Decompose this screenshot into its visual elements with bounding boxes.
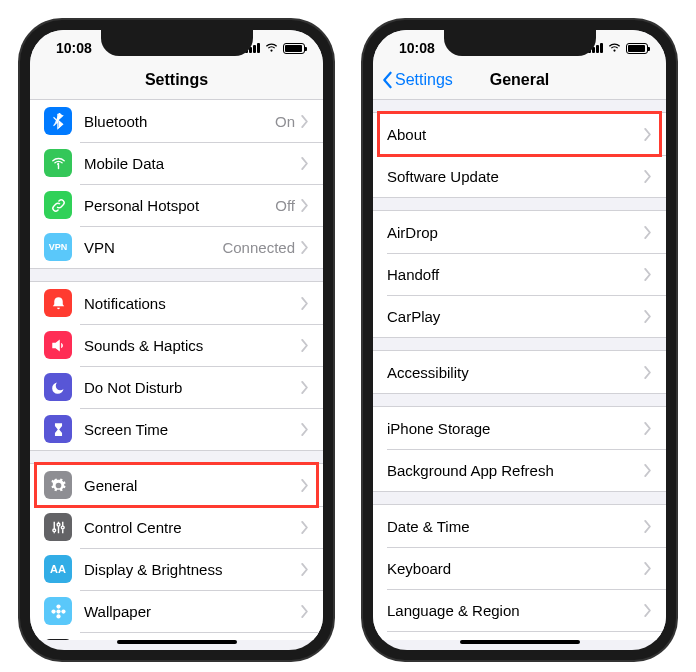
settings-row-do-not-disturb[interactable]: Do Not Disturb bbox=[30, 366, 323, 408]
textsize-icon: AA bbox=[44, 555, 72, 583]
chevron-right-icon bbox=[301, 479, 309, 492]
phone-left: 10:08 Settings BluetoothOnMobile DataPer… bbox=[20, 20, 333, 660]
settings-group: AboutSoftware Update bbox=[373, 112, 666, 198]
chevron-right-icon bbox=[644, 562, 652, 575]
settings-row-carplay[interactable]: CarPlay bbox=[373, 295, 666, 337]
row-label: Sounds & Haptics bbox=[84, 337, 301, 354]
settings-row-about[interactable]: About bbox=[373, 113, 666, 155]
settings-row-handoff[interactable]: Handoff bbox=[373, 253, 666, 295]
settings-group: AirDropHandoffCarPlay bbox=[373, 210, 666, 338]
settings-row-background-app-refresh[interactable]: Background App Refresh bbox=[373, 449, 666, 491]
row-label: Keyboard bbox=[387, 560, 644, 577]
row-value: On bbox=[275, 113, 295, 130]
row-label: Screen Time bbox=[84, 421, 301, 438]
siri-icon bbox=[44, 639, 72, 640]
row-label: Wallpaper bbox=[84, 603, 301, 620]
hourglass-icon bbox=[44, 415, 72, 443]
status-icons bbox=[245, 41, 305, 56]
general-list[interactable]: AboutSoftware UpdateAirDropHandoffCarPla… bbox=[373, 100, 666, 640]
row-label: Handoff bbox=[387, 266, 644, 283]
gear-icon bbox=[44, 471, 72, 499]
row-label: Do Not Disturb bbox=[84, 379, 301, 396]
chevron-right-icon bbox=[301, 297, 309, 310]
chevron-right-icon bbox=[644, 520, 652, 533]
wifi-icon bbox=[264, 41, 279, 56]
chevron-right-icon bbox=[301, 241, 309, 254]
notch bbox=[101, 30, 253, 56]
chevron-right-icon bbox=[301, 339, 309, 352]
chevron-right-icon bbox=[644, 310, 652, 323]
settings-row-software-update[interactable]: Software Update bbox=[373, 155, 666, 197]
back-label: Settings bbox=[395, 71, 453, 89]
settings-row-language-region[interactable]: Language & Region bbox=[373, 589, 666, 631]
settings-row-display-brightness[interactable]: AADisplay & Brightness bbox=[30, 548, 323, 590]
settings-row-date-time[interactable]: Date & Time bbox=[373, 505, 666, 547]
page-title: Settings bbox=[145, 71, 208, 89]
settings-row-control-centre[interactable]: Control Centre bbox=[30, 506, 323, 548]
settings-row-mobile-data[interactable]: Mobile Data bbox=[30, 142, 323, 184]
settings-row-dictionary[interactable]: Dictionary bbox=[373, 631, 666, 640]
settings-row-sounds-haptics[interactable]: Sounds & Haptics bbox=[30, 324, 323, 366]
settings-row-vpn[interactable]: VPNVPNConnected bbox=[30, 226, 323, 268]
page-title: General bbox=[490, 71, 550, 89]
row-label: Display & Brightness bbox=[84, 561, 301, 578]
moon-icon bbox=[44, 373, 72, 401]
svg-point-3 bbox=[51, 609, 55, 613]
chevron-right-icon bbox=[644, 464, 652, 477]
settings-row-accessibility[interactable]: Accessibility bbox=[373, 351, 666, 393]
settings-list[interactable]: BluetoothOnMobile DataPersonal HotspotOf… bbox=[30, 100, 323, 640]
settings-group: Date & TimeKeyboardLanguage & RegionDict… bbox=[373, 504, 666, 640]
row-label: Date & Time bbox=[387, 518, 644, 535]
settings-group: GeneralControl CentreAADisplay & Brightn… bbox=[30, 463, 323, 640]
settings-row-screen-time[interactable]: Screen Time bbox=[30, 408, 323, 450]
chevron-right-icon bbox=[301, 605, 309, 618]
settings-row-iphone-storage[interactable]: iPhone Storage bbox=[373, 407, 666, 449]
antenna-icon bbox=[44, 149, 72, 177]
settings-row-bluetooth[interactable]: BluetoothOn bbox=[30, 100, 323, 142]
chevron-right-icon bbox=[644, 170, 652, 183]
svg-point-4 bbox=[61, 609, 65, 613]
settings-row-siri-search[interactable]: Siri & Search bbox=[30, 632, 323, 640]
status-time: 10:08 bbox=[56, 40, 92, 56]
row-value: Connected bbox=[222, 239, 295, 256]
row-label: Bluetooth bbox=[84, 113, 275, 130]
settings-row-general[interactable]: General bbox=[30, 464, 323, 506]
svg-point-1 bbox=[56, 604, 60, 608]
row-label: VPN bbox=[84, 239, 222, 256]
chevron-right-icon bbox=[301, 157, 309, 170]
settings-group: iPhone StorageBackground App Refresh bbox=[373, 406, 666, 492]
screen-right: 10:08 Settings General AboutSoftware Upd… bbox=[373, 30, 666, 650]
link-icon bbox=[44, 191, 72, 219]
row-label: General bbox=[84, 477, 301, 494]
wifi-icon bbox=[607, 41, 622, 56]
home-indicator[interactable] bbox=[460, 640, 580, 644]
settings-group: NotificationsSounds & HapticsDo Not Dist… bbox=[30, 281, 323, 451]
chevron-right-icon bbox=[301, 199, 309, 212]
settings-row-keyboard[interactable]: Keyboard bbox=[373, 547, 666, 589]
settings-row-airdrop[interactable]: AirDrop bbox=[373, 211, 666, 253]
settings-row-notifications[interactable]: Notifications bbox=[30, 282, 323, 324]
row-label: Software Update bbox=[387, 168, 644, 185]
chevron-right-icon bbox=[644, 422, 652, 435]
battery-icon bbox=[283, 43, 305, 54]
row-label: About bbox=[387, 126, 644, 143]
chevron-right-icon bbox=[301, 115, 309, 128]
bluetooth-icon bbox=[44, 107, 72, 135]
chevron-right-icon bbox=[644, 366, 652, 379]
chevron-right-icon bbox=[301, 381, 309, 394]
settings-row-personal-hotspot[interactable]: Personal HotspotOff bbox=[30, 184, 323, 226]
bell-icon bbox=[44, 289, 72, 317]
chevron-right-icon bbox=[301, 521, 309, 534]
row-label: Accessibility bbox=[387, 364, 644, 381]
chevron-right-icon bbox=[301, 423, 309, 436]
chevron-right-icon bbox=[644, 226, 652, 239]
battery-icon bbox=[626, 43, 648, 54]
phone-right: 10:08 Settings General AboutSoftware Upd… bbox=[363, 20, 676, 660]
back-button[interactable]: Settings bbox=[381, 71, 453, 89]
flower-icon bbox=[44, 597, 72, 625]
settings-row-wallpaper[interactable]: Wallpaper bbox=[30, 590, 323, 632]
chevron-right-icon bbox=[644, 604, 652, 617]
home-indicator[interactable] bbox=[117, 640, 237, 644]
row-label: Personal Hotspot bbox=[84, 197, 275, 214]
row-value: Off bbox=[275, 197, 295, 214]
